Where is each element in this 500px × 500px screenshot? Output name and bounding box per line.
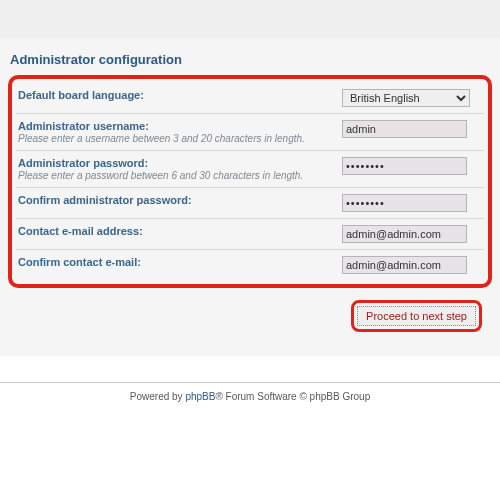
username-input[interactable] xyxy=(342,120,467,138)
email-input[interactable] xyxy=(342,225,467,243)
username-label: Administrator username: xyxy=(18,120,342,132)
row-username: Administrator username: Please enter a u… xyxy=(16,114,484,151)
email-label: Contact e-mail address: xyxy=(18,225,342,237)
footer-prefix: Powered by xyxy=(130,391,186,402)
password-label: Administrator password: xyxy=(18,157,342,169)
top-bar xyxy=(0,0,500,38)
confirm-email-input[interactable] xyxy=(342,256,467,274)
password-input[interactable] xyxy=(342,157,467,175)
footer-suffix: ® Forum Software © phpBB Group xyxy=(215,391,370,402)
password-hint: Please enter a password between 6 and 30… xyxy=(18,170,342,181)
confirm-email-label: Confirm contact e-mail: xyxy=(18,256,342,268)
button-area: Proceed to next step xyxy=(8,288,492,338)
row-confirm-email: Confirm contact e-mail: xyxy=(16,250,484,280)
username-hint: Please enter a username between 3 and 20… xyxy=(18,133,342,144)
proceed-button[interactable]: Proceed to next step xyxy=(357,306,476,326)
language-label: Default board language: xyxy=(18,89,342,101)
row-language: Default board language: British English xyxy=(16,83,484,114)
footer-link[interactable]: phpBB xyxy=(185,391,215,402)
proceed-highlight: Proceed to next step xyxy=(351,300,482,332)
row-password: Administrator password: Please enter a p… xyxy=(16,151,484,188)
row-confirm-password: Confirm administrator password: xyxy=(16,188,484,219)
fields-highlight: Default board language: British English … xyxy=(8,75,492,288)
language-select[interactable]: British English xyxy=(342,89,470,107)
config-panel: Administrator configuration Default boar… xyxy=(0,38,500,356)
row-email: Contact e-mail address: xyxy=(16,219,484,250)
confirm-password-label: Confirm administrator password: xyxy=(18,194,342,206)
section-title: Administrator configuration xyxy=(8,48,492,75)
confirm-password-input[interactable] xyxy=(342,194,467,212)
footer: Powered by phpBB® Forum Software © phpBB… xyxy=(0,382,500,402)
